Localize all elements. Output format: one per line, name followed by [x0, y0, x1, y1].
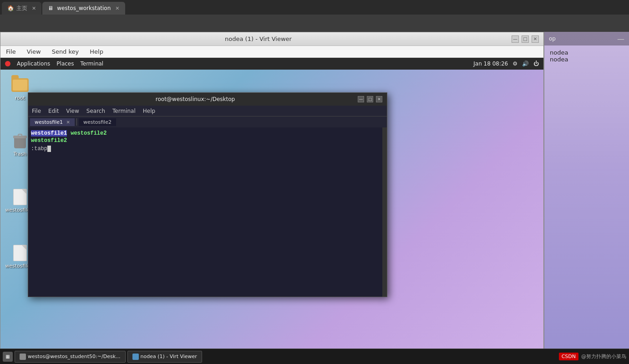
vm-applications-icon — [5, 61, 10, 66]
terminal-tab-2-label: westosfile2 — [83, 119, 112, 125]
terminal-scrollbar[interactable] — [382, 127, 387, 297]
tab-divider — [76, 118, 77, 126]
sidebar-top: op — — [544, 32, 629, 46]
workstation-tab-icon: 🖥 — [48, 5, 54, 11]
vm-volume-icon[interactable]: 🔊 — [522, 61, 529, 67]
host-taskbar-right: CSDN @努力扑腾的小菜鸟 — [559, 353, 626, 360]
vm-topbar-right: Jan 18 08:26 ⚙ 🔊 ⏻ — [473, 61, 539, 67]
tab-home[interactable]: 🏠 主页 ✕ — [2, 2, 41, 15]
tab-workstation[interactable]: 🖥 westos_workstation ✕ — [42, 2, 125, 15]
trash-shape — [13, 133, 27, 149]
virt-view-menu[interactable]: View — [25, 47, 43, 56]
taskbar-btn1-icon — [20, 354, 26, 360]
right-sidebar: op — nodea nodea — [544, 32, 629, 364]
tab-completion-line: westosfile1 westosfile2 — [31, 130, 384, 136]
doc1-icon-img — [11, 188, 29, 206]
folder-icon-img — [11, 76, 29, 94]
term-file-menu[interactable]: File — [32, 108, 41, 114]
virt-viewer-title: nodea (1) - Virt Viewer — [5, 35, 512, 42]
terminal-menubar: File Edit View Search Terminal Help — [28, 106, 387, 116]
tab-home-close[interactable]: ✕ — [32, 5, 36, 11]
virt-viewer-maximize[interactable]: □ — [522, 35, 529, 43]
home-tab-icon: 🏠 — [7, 5, 14, 11]
doc2-icon-img — [11, 244, 29, 262]
term-terminal-menu[interactable]: Terminal — [112, 108, 136, 114]
host-taskbar-btn2-label: nodea (1) - Virt Viewer — [141, 354, 197, 359]
terminal-controls: — □ ✕ — [358, 96, 382, 102]
terminal-title: root@westoslinux:~/Desktop — [33, 96, 358, 102]
sidebar-close-btn[interactable]: — — [617, 35, 624, 43]
host-taskbar-btn1-label: westos@westos_student50:~/Desk... — [28, 354, 121, 359]
terminal-tabs-row: westosfile1 ✕ westosfile2 — [28, 116, 387, 127]
host-taskbar-btn1[interactable]: westos@westos_student50:~/Desk... — [15, 351, 126, 363]
terminal-tab-1-label: westosfile1 — [35, 119, 63, 125]
trash-handle — [18, 134, 22, 136]
virt-viewer-menubar: File View Send key Help — [0, 46, 543, 58]
terminal-titlebar: root@westoslinux:~/Desktop — □ ✕ — [28, 93, 387, 106]
virt-viewer-close[interactable]: ✕ — [532, 35, 539, 43]
sidebar-top-label: op — [549, 35, 556, 42]
terminal-close[interactable]: ✕ — [376, 96, 382, 102]
vm-power-icon[interactable]: ⏻ — [533, 61, 539, 67]
vm-desktop: Applications Places Terminal Jan 18 08:2… — [0, 58, 543, 364]
virt-help-menu[interactable]: Help — [88, 47, 105, 56]
folder-shape — [11, 78, 29, 92]
taskbar-menu-icon: ▦ — [5, 354, 10, 359]
terminal-maximize[interactable]: □ — [367, 96, 373, 102]
virt-viewer-titlebar: nodea (1) - Virt Viewer — □ ✕ — [0, 32, 543, 46]
virt-sendkey-menu[interactable]: Send key — [50, 47, 81, 56]
terminal-minimize[interactable]: — — [358, 96, 364, 102]
virt-viewer-win-controls: — □ ✕ — [512, 35, 539, 43]
virt-file-menu[interactable]: File — [4, 47, 18, 56]
tab-file-1: westosfile1 — [31, 130, 67, 136]
csdn-badge[interactable]: CSDN — [559, 353, 578, 360]
tab-workstation-label: westos_workstation — [57, 5, 111, 11]
vm-applications-menu[interactable]: Applications — [17, 61, 50, 67]
cmd-line: :tabp — [31, 146, 384, 152]
tab-file-2: westosfile2 — [71, 130, 107, 136]
tab-workstation-close[interactable]: ✕ — [115, 5, 119, 11]
sidebar-item-2[interactable]: nodea — [548, 56, 625, 63]
virt-viewer-minimize[interactable]: — — [512, 35, 519, 43]
file2-line: westosfile2 — [31, 137, 384, 144]
vm-terminal-menu[interactable]: Terminal — [80, 61, 103, 67]
terminal-tab-2[interactable]: westosfile2 — [79, 118, 116, 126]
vm-places-menu[interactable]: Places — [56, 61, 74, 67]
trash-icon-img — [11, 132, 29, 150]
term-edit-menu[interactable]: Edit — [48, 108, 59, 114]
host-taskbar-menu-btn[interactable]: ▦ — [3, 352, 13, 362]
host-taskbar-btn2[interactable]: nodea (1) - Virt Viewer — [127, 351, 202, 363]
tab-home-label: 主页 — [16, 5, 27, 12]
virt-viewer-window: nodea (1) - Virt Viewer — □ ✕ File View … — [0, 32, 544, 364]
taskbar-btn2-icon — [132, 354, 139, 360]
browser-tabs: 🏠 主页 ✕ 🖥 westos_workstation ✕ — [0, 0, 629, 15]
term-search-menu[interactable]: Search — [86, 108, 105, 114]
sidebar-item-2-label: nodea — [548, 55, 570, 64]
doc2-shape — [13, 245, 27, 261]
terminal-tab-1-close[interactable]: ✕ — [66, 120, 70, 125]
browser-toolbar — [0, 15, 629, 32]
terminal-window: root@westoslinux:~/Desktop — □ ✕ File Ed… — [28, 92, 387, 297]
trash-label: Trash — [13, 151, 26, 157]
term-help-menu[interactable]: Help — [143, 108, 155, 114]
vm-settings-icon[interactable]: ⚙ — [512, 61, 517, 67]
doc1-shape — [13, 189, 27, 205]
vm-datetime: Jan 18 08:26 — [473, 61, 508, 67]
term-view-menu[interactable]: View — [66, 108, 79, 114]
host-taskbar: ▦ westos@westos_student50:~/Desk... node… — [0, 349, 629, 364]
browser-chrome: 🏠 主页 ✕ 🖥 westos_workstation ✕ — [0, 0, 629, 32]
cmd-text: :tabp — [31, 146, 47, 152]
westosfile2-terminal: westosfile2 — [31, 137, 67, 144]
terminal-tab-1[interactable]: westosfile1 ✕ — [30, 118, 75, 126]
vm-topbar: Applications Places Terminal Jan 18 08:2… — [0, 58, 543, 70]
vm-content: root Trash — [0, 70, 543, 364]
host-user-label: @努力扑腾的小菜鸟 — [581, 353, 626, 360]
sidebar-section: nodea nodea — [544, 46, 629, 66]
trash-body — [14, 136, 26, 148]
home-folder-label: root — [15, 95, 25, 101]
cursor — [47, 146, 51, 152]
folder-inner — [13, 80, 27, 91]
terminal-content[interactable]: westosfile1 westosfile2 westosfile2 :tab… — [28, 127, 387, 297]
